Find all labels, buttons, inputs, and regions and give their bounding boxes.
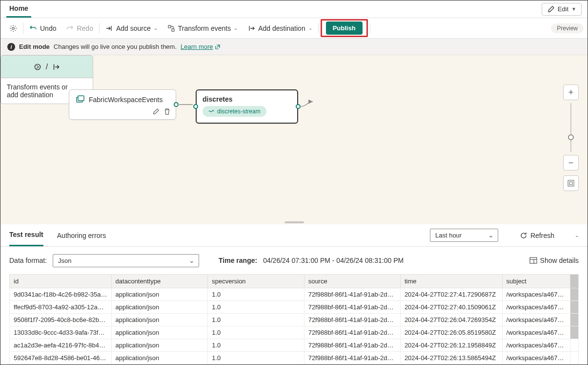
tab-authoring-errors[interactable]: Authoring errors	[57, 224, 106, 246]
cell: 2024-04-27T02:27:41.7290687Z	[400, 288, 502, 301]
banner-text: Changes will go live once you publish th…	[54, 43, 177, 50]
zoom-in-button[interactable]: +	[563, 85, 579, 100]
source-node-title: FabricWorkspaceEvents	[89, 96, 162, 104]
redo-icon	[66, 24, 74, 32]
cell: 592647e8-8d28-4586-be01-46df52	[10, 352, 112, 365]
add-destination-label: Add destination	[258, 24, 305, 32]
data-format-select[interactable]: Json	[53, 254, 199, 267]
table-row[interactable]: 9d0341ac-f18b-4c26-b982-35a1d1fapplicati…	[10, 288, 579, 301]
cell: ac1a2d3e-aefa-4216-97fc-8b43d70	[10, 339, 112, 352]
cell: /workspaces/a467253e-	[502, 314, 570, 326]
table-row[interactable]: ffecf9d5-8703-4a92-a305-12a423bapplicati…	[10, 301, 579, 314]
external-link-icon	[215, 44, 221, 50]
gear-icon	[9, 24, 17, 32]
cell: 72f988bf-86f1-41af-91ab-2d7cd01	[304, 301, 400, 314]
cell: 2024-04-27T02:27:40.1509061Z	[400, 301, 502, 314]
refresh-button[interactable]: Refresh	[520, 232, 554, 239]
cell: 2024-04-27T02:26:12.1958849Z	[400, 339, 502, 352]
settings-button[interactable]	[4, 18, 22, 38]
cell: /workspaces/a467253e-	[502, 326, 570, 339]
info-icon: i	[7, 43, 15, 51]
publish-highlight: Publish	[321, 19, 368, 37]
format-row: Data format: Json Time range: 04/26/24 0…	[0, 247, 588, 274]
svg-point-5	[35, 64, 40, 69]
cell: 1.0	[208, 301, 304, 314]
transform-events-button[interactable]: Transform events ⌄	[162, 18, 243, 38]
chevron-down-icon[interactable]: ⌄	[575, 233, 579, 238]
tab-test-result[interactable]: Test result	[9, 224, 43, 246]
discretes-node[interactable]: discretes discretes-stream	[196, 89, 298, 124]
chevron-down-icon: ⌄	[154, 25, 158, 31]
zoom-thumb[interactable]	[568, 134, 574, 140]
edit-mode-banner: i Edit mode Changes will go live once yo…	[0, 39, 588, 55]
add-destination-icon	[247, 24, 255, 32]
column-header[interactable]: datacontenttype	[111, 275, 208, 288]
redo-button: Redo	[61, 18, 98, 38]
stream-chip: discretes-stream	[203, 106, 266, 117]
cell: 2024-04-27T02:26:04.7269354Z	[400, 314, 502, 326]
svg-rect-2	[172, 29, 174, 31]
time-range-label: Time range:	[219, 257, 257, 264]
table-row[interactable]: ac1a2d3e-aefa-4216-97fc-8b43d70applicati…	[10, 339, 579, 352]
undo-button[interactable]: Undo	[24, 18, 61, 38]
column-header[interactable]: subject	[502, 275, 570, 288]
cell: 72f988bf-86f1-41af-91ab-2d7cd01	[304, 339, 400, 352]
results-table: iddatacontenttypespecversionsourcetimesu…	[0, 274, 588, 365]
learn-more-link[interactable]: Learn more	[181, 43, 220, 50]
cell: 1.0	[208, 339, 304, 352]
add-source-icon	[105, 24, 113, 32]
scrollbar[interactable]	[570, 275, 579, 288]
top-tab-bar: Home Edit ▼	[0, 0, 588, 18]
column-header[interactable]: id	[10, 275, 112, 288]
zoom-slider[interactable]	[570, 103, 571, 152]
data-format-label: Data format:	[9, 257, 47, 264]
cell: 1.0	[208, 314, 304, 326]
trash-icon[interactable]	[163, 108, 171, 115]
show-details-button[interactable]: Show details	[529, 257, 579, 264]
table-row[interactable]: 13033d8c-9ccc-4d33-9afa-73f5c95applicati…	[10, 326, 579, 339]
edit-dropdown[interactable]: Edit ▼	[542, 3, 582, 16]
output-port[interactable]	[296, 104, 301, 109]
details-icon	[529, 257, 537, 264]
destination-icon	[52, 63, 61, 71]
column-header[interactable]: time	[400, 275, 502, 288]
time-range-select[interactable]: Last hour	[430, 229, 498, 242]
cell: 2024-04-27T02:26:13.5865494Z	[400, 352, 502, 365]
cell: ffecf9d5-8703-4a92-a305-12a423b	[10, 301, 112, 314]
discretes-title: discretes	[203, 95, 291, 103]
pipeline-canvas[interactable]: FabricWorkspaceEvents discretes discrete…	[0, 55, 588, 224]
svg-rect-6	[568, 180, 574, 186]
preview-badge: Preview	[551, 23, 584, 33]
zoom-fit-button[interactable]	[563, 175, 579, 191]
svg-rect-7	[569, 182, 572, 185]
tab-home[interactable]: Home	[6, 0, 31, 18]
cell: application/json	[111, 314, 208, 326]
zoom-out-button[interactable]: −	[563, 155, 579, 171]
table-row[interactable]: 592647e8-8d28-4586-be01-46df52applicatio…	[10, 352, 579, 365]
input-port[interactable]	[193, 104, 198, 109]
add-source-button[interactable]: Add source ⌄	[101, 18, 162, 38]
svg-rect-1	[168, 25, 171, 28]
transform-icon	[167, 24, 175, 32]
add-destination-button[interactable]: Add destination ⌄	[243, 18, 317, 38]
results-tabs: Test result Authoring errors Last hour R…	[0, 224, 588, 247]
resize-handle[interactable]	[284, 221, 304, 223]
cell: 1.0	[208, 352, 304, 365]
fit-icon	[567, 179, 575, 187]
cell: /workspaces/a467253e-	[502, 288, 570, 301]
publish-button[interactable]: Publish	[326, 21, 363, 35]
column-header[interactable]: source	[304, 275, 400, 288]
table-row[interactable]: 9508f1f7-2095-40c8-bc6e-82bc942applicati…	[10, 314, 579, 326]
output-port[interactable]	[174, 102, 179, 107]
cell: 2024-04-27T02:26:05.8519580Z	[400, 326, 502, 339]
source-node[interactable]: FabricWorkspaceEvents	[69, 89, 176, 120]
undo-icon	[29, 24, 37, 32]
refresh-icon	[520, 232, 527, 239]
chevron-down-icon: ⌄	[308, 25, 312, 31]
column-header[interactable]: specversion	[208, 275, 304, 288]
cell: /workspaces/a467253e-	[502, 339, 570, 352]
undo-label: Undo	[40, 24, 56, 32]
banner-title: Edit mode	[19, 43, 50, 50]
cell: 72f988bf-86f1-41af-91ab-2d7cd01	[304, 314, 400, 326]
pencil-icon[interactable]	[152, 108, 160, 115]
